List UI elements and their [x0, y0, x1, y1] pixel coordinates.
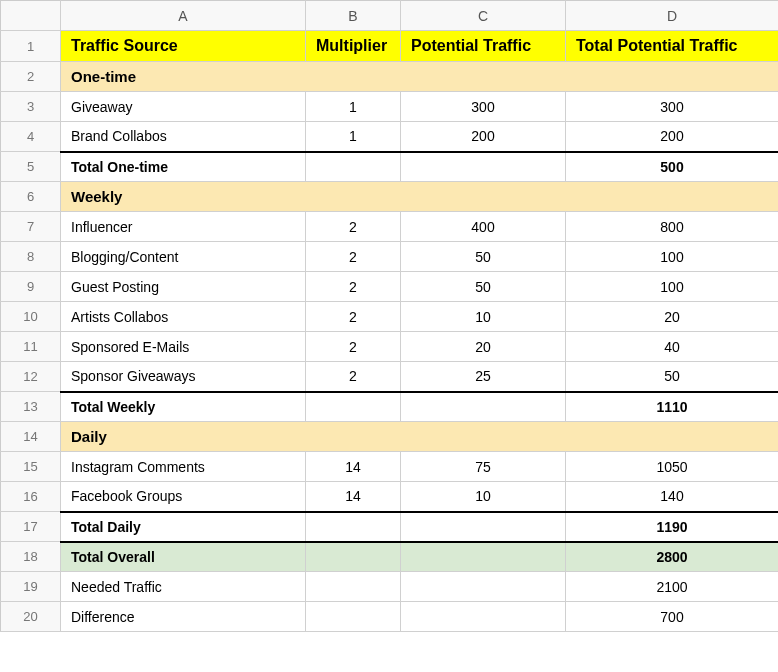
cell-A4[interactable]: Brand Collabos	[61, 122, 306, 152]
cell-C9[interactable]: 50	[401, 272, 566, 302]
cell-D13[interactable]: 1110	[566, 392, 779, 422]
row-header-20[interactable]: 20	[1, 602, 61, 632]
cell-B16[interactable]: 14	[306, 482, 401, 512]
cell-A1[interactable]: Traffic Source	[61, 31, 306, 62]
cell-B10[interactable]: 2	[306, 302, 401, 332]
cell-B3[interactable]: 1	[306, 92, 401, 122]
cell-C4[interactable]: 200	[401, 122, 566, 152]
cell-C19[interactable]	[401, 572, 566, 602]
cell-D11[interactable]: 40	[566, 332, 779, 362]
row-header-15[interactable]: 15	[1, 452, 61, 482]
cell-B9[interactable]: 2	[306, 272, 401, 302]
cell-A11[interactable]: Sponsored E-Mails	[61, 332, 306, 362]
cell-A7[interactable]: Influencer	[61, 212, 306, 242]
cell-A16[interactable]: Facebook Groups	[61, 482, 306, 512]
row-header-6[interactable]: 6	[1, 182, 61, 212]
row-header-5[interactable]: 5	[1, 152, 61, 182]
cell-D19[interactable]: 2100	[566, 572, 779, 602]
cell-B7[interactable]: 2	[306, 212, 401, 242]
cell-D17[interactable]: 1190	[566, 512, 779, 542]
cell-C13[interactable]	[401, 392, 566, 422]
cell-B19[interactable]	[306, 572, 401, 602]
cell-D1[interactable]: Total Potential Traffic	[566, 31, 779, 62]
col-header-D[interactable]: D	[566, 1, 779, 31]
row-header-10[interactable]: 10	[1, 302, 61, 332]
cell-A6[interactable]: Weekly	[61, 182, 779, 212]
cell-C18[interactable]	[401, 542, 566, 572]
cell-C5[interactable]	[401, 152, 566, 182]
cell-C3[interactable]: 300	[401, 92, 566, 122]
cell-D9[interactable]: 100	[566, 272, 779, 302]
cell-A20[interactable]: Difference	[61, 602, 306, 632]
row-header-12[interactable]: 12	[1, 362, 61, 392]
row-header-13[interactable]: 13	[1, 392, 61, 422]
cell-A18[interactable]: Total Overall	[61, 542, 306, 572]
cell-B12[interactable]: 2	[306, 362, 401, 392]
cell-A8[interactable]: Blogging/Content	[61, 242, 306, 272]
cell-C12[interactable]: 25	[401, 362, 566, 392]
cell-D4[interactable]: 200	[566, 122, 779, 152]
row-header-18[interactable]: 18	[1, 542, 61, 572]
col-header-C[interactable]: C	[401, 1, 566, 31]
cell-A13[interactable]: Total Weekly	[61, 392, 306, 422]
cell-D16[interactable]: 140	[566, 482, 779, 512]
cell-C10[interactable]: 10	[401, 302, 566, 332]
row-header-8[interactable]: 8	[1, 242, 61, 272]
cell-D10[interactable]: 20	[566, 302, 779, 332]
row-header-2[interactable]: 2	[1, 62, 61, 92]
cell-D8[interactable]: 100	[566, 242, 779, 272]
cell-A17[interactable]: Total Daily	[61, 512, 306, 542]
cell-A2[interactable]: One-time	[61, 62, 779, 92]
cell-B13[interactable]	[306, 392, 401, 422]
row-header-11[interactable]: 11	[1, 332, 61, 362]
cell-A3[interactable]: Giveaway	[61, 92, 306, 122]
cell-A14[interactable]: Daily	[61, 422, 779, 452]
col-header-B[interactable]: B	[306, 1, 401, 31]
corner-cell[interactable]	[1, 1, 61, 31]
cell-D12[interactable]: 50	[566, 362, 779, 392]
cell-D7[interactable]: 800	[566, 212, 779, 242]
cell-B17[interactable]	[306, 512, 401, 542]
row-header-19[interactable]: 19	[1, 572, 61, 602]
cell-A9[interactable]: Guest Posting	[61, 272, 306, 302]
cell-C7[interactable]: 400	[401, 212, 566, 242]
cell-B5[interactable]	[306, 152, 401, 182]
cell-B1[interactable]: Multiplier	[306, 31, 401, 62]
cell-B20[interactable]	[306, 602, 401, 632]
section-onetime: 2 One-time	[1, 62, 779, 92]
cell-C16[interactable]: 10	[401, 482, 566, 512]
cell-A19[interactable]: Needed Traffic	[61, 572, 306, 602]
needed-traffic-row: 19 Needed Traffic 2100	[1, 572, 779, 602]
row-header-3[interactable]: 3	[1, 92, 61, 122]
cell-B8[interactable]: 2	[306, 242, 401, 272]
row-header-1[interactable]: 1	[1, 31, 61, 62]
cell-D15[interactable]: 1050	[566, 452, 779, 482]
cell-C11[interactable]: 20	[401, 332, 566, 362]
cell-A15[interactable]: Instagram Comments	[61, 452, 306, 482]
row-header-16[interactable]: 16	[1, 482, 61, 512]
cell-A10[interactable]: Artists Collabos	[61, 302, 306, 332]
cell-A5[interactable]: Total One-time	[61, 152, 306, 182]
cell-B11[interactable]: 2	[306, 332, 401, 362]
cell-A12[interactable]: Sponsor Giveaways	[61, 362, 306, 392]
cell-C8[interactable]: 50	[401, 242, 566, 272]
cell-D5[interactable]: 500	[566, 152, 779, 182]
row-header-17[interactable]: 17	[1, 512, 61, 542]
cell-B18[interactable]	[306, 542, 401, 572]
row-header-7[interactable]: 7	[1, 212, 61, 242]
cell-D3[interactable]: 300	[566, 92, 779, 122]
cell-C1[interactable]: Potential Traffic	[401, 31, 566, 62]
cell-B15[interactable]: 14	[306, 452, 401, 482]
row-header-9[interactable]: 9	[1, 272, 61, 302]
cell-C17[interactable]	[401, 512, 566, 542]
row-header-14[interactable]: 14	[1, 422, 61, 452]
difference-row: 20 Difference 700	[1, 602, 779, 632]
cell-D18[interactable]: 2800	[566, 542, 779, 572]
cell-D20[interactable]: 700	[566, 602, 779, 632]
cell-B4[interactable]: 1	[306, 122, 401, 152]
row-header-4[interactable]: 4	[1, 122, 61, 152]
col-header-A[interactable]: A	[61, 1, 306, 31]
cell-C20[interactable]	[401, 602, 566, 632]
cell-C15[interactable]: 75	[401, 452, 566, 482]
total-overall-row: 18 Total Overall 2800	[1, 542, 779, 572]
